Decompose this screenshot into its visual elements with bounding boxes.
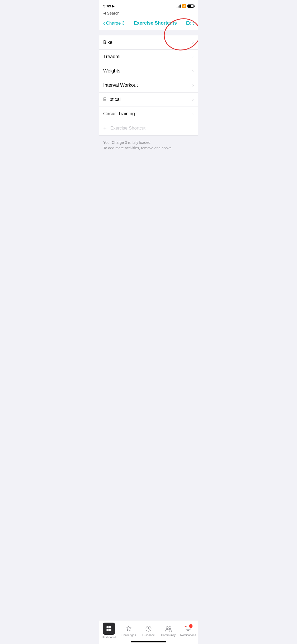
- list-item[interactable]: Elliptical ›: [99, 93, 198, 107]
- chevron-right-icon: ›: [192, 54, 194, 59]
- chevron-right-icon: ›: [192, 40, 194, 45]
- section-divider: [99, 30, 198, 35]
- info-text-line2: To add more activities, remove one above…: [103, 145, 194, 151]
- back-search-label: Search: [107, 11, 120, 15]
- status-bar: 5:49 ▶ 📶: [99, 0, 198, 10]
- back-arrow-icon: ◀: [103, 11, 106, 15]
- back-search-button[interactable]: ◀ Search: [103, 11, 194, 15]
- nav-back-chevron-icon: ‹: [103, 20, 105, 26]
- location-icon: ▶: [112, 4, 115, 8]
- chevron-right-icon: ›: [192, 111, 194, 117]
- add-shortcut-row[interactable]: + Exercise Shortcut: [99, 121, 198, 136]
- wifi-icon: 📶: [182, 4, 186, 8]
- chevron-right-icon: ›: [192, 82, 194, 88]
- info-text-line1: Your Charge 3 is fully loaded!: [103, 140, 194, 145]
- exercise-label-bike: Bike: [103, 40, 112, 45]
- nav-back-device-label[interactable]: Charge 3: [106, 21, 125, 26]
- exercise-label-circuit-training: Circuit Training: [103, 111, 135, 117]
- chevron-right-icon: ›: [192, 68, 194, 74]
- exercise-label-interval-workout: Interval Workout: [103, 82, 138, 88]
- list-item[interactable]: Interval Workout ›: [99, 78, 198, 93]
- list-item[interactable]: Treadmill ›: [99, 50, 198, 64]
- add-shortcut-label: Exercise Shortcut: [110, 126, 145, 131]
- battery-icon: [187, 4, 194, 8]
- exercise-list: Bike › Treadmill › Weights › Interval Wo…: [99, 35, 198, 121]
- nav-left: ‹ Charge 3: [103, 20, 125, 26]
- status-time: 5:49: [103, 4, 111, 8]
- list-item[interactable]: Weights ›: [99, 64, 198, 78]
- signal-bars: [177, 4, 181, 8]
- add-icon: +: [103, 125, 107, 132]
- status-icons: 📶: [177, 4, 194, 8]
- nav-title: Exercise Shortcuts: [134, 20, 177, 26]
- info-section: Your Charge 3 is fully loaded! To add mo…: [99, 136, 198, 155]
- list-item[interactable]: Bike ›: [99, 35, 198, 50]
- exercise-label-weights: Weights: [103, 68, 120, 74]
- exercise-label-treadmill: Treadmill: [103, 54, 122, 59]
- chevron-right-icon: ›: [192, 97, 194, 102]
- list-item[interactable]: Circuit Training ›: [99, 107, 198, 121]
- nav-header: ‹ Charge 3 Exercise Shortcuts Edit: [99, 17, 198, 30]
- edit-button[interactable]: Edit: [186, 21, 194, 26]
- back-navigation-bar: ◀ Search: [99, 10, 198, 17]
- exercise-label-elliptical: Elliptical: [103, 97, 121, 102]
